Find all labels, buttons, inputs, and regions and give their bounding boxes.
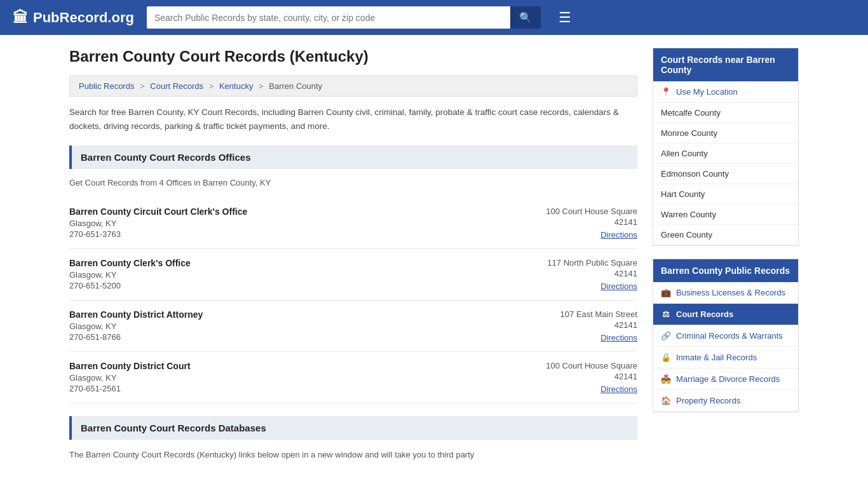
search-button[interactable]: 🔍 <box>510 6 541 29</box>
office-zip-1: 42141 <box>510 217 637 227</box>
office-address-3: 107 East Main Street <box>510 309 637 319</box>
breadcrumb-court-records[interactable]: Court Records <box>150 81 203 91</box>
office-city-1: Glasgow, KY <box>69 219 510 228</box>
breadcrumb-sep-2: > <box>209 81 214 91</box>
office-right-2: 117 North Public Square 42141 Directions <box>510 258 637 291</box>
office-address-2: 117 North Public Square <box>510 258 637 268</box>
offices-section-header: Barren County Court Records Offices <box>69 146 637 169</box>
databases-text: The Barren County Court Records (Kentuck… <box>69 449 637 461</box>
house-icon: 🏠 <box>661 396 671 405</box>
office-city-2: Glasgow, KY <box>69 270 510 280</box>
office-address-1: 100 Court House Square <box>510 207 637 216</box>
intro-text: Search for free Barren County, KY Court … <box>69 105 637 133</box>
nearby-section-header: Court Records near Barren County <box>653 48 798 81</box>
link-icon: 🔗 <box>661 331 671 341</box>
page-title: Barren County Court Records (Kentucky) <box>69 48 637 65</box>
sidebar-label-business: Business Licenses & Records <box>676 288 785 297</box>
sidebar-item-court-records[interactable]: ⚖ Court Records <box>653 304 798 325</box>
sidebar-item-business-licenses[interactable]: 💼 Business Licenses & Records <box>653 282 798 304</box>
breadcrumb-kentucky[interactable]: Kentucky <box>219 81 253 91</box>
sidebar-county-edmonson[interactable]: Edmonson County <box>653 164 798 184</box>
sidebar-item-inmate-jail[interactable]: 🔒 Inmate & Jail Records <box>653 347 798 369</box>
office-city-3: Glasgow, KY <box>69 322 510 331</box>
office-zip-2: 42141 <box>510 269 637 278</box>
office-phone-1: 270-651-3763 <box>69 229 510 239</box>
sidebar: Court Records near Barren County 📍 Use M… <box>653 48 799 461</box>
use-my-location-item[interactable]: 📍 Use My Location <box>653 81 798 103</box>
rings-icon: 💑 <box>661 374 671 384</box>
office-right-3: 107 East Main Street 42141 Directions <box>510 309 637 342</box>
scales-icon: ⚖ <box>661 309 671 319</box>
office-left-2: Barren County Clerk's Office Glasgow, KY… <box>69 258 510 291</box>
breadcrumb-sep-1: > <box>140 81 145 91</box>
office-entry-1: Barren County Circuit Court Clerk's Offi… <box>69 198 637 249</box>
sidebar-county-green[interactable]: Green County <box>653 225 798 245</box>
breadcrumb-sep-3: > <box>259 81 264 91</box>
location-pin-icon: 📍 <box>661 87 671 97</box>
sidebar-item-marriage-divorce[interactable]: 💑 Marriage & Divorce Records <box>653 369 798 390</box>
logo-text: PubRecord.org <box>33 10 134 26</box>
content-area: Barren County Court Records (Kentucky) P… <box>69 48 637 461</box>
menu-button[interactable]: ☰ <box>553 7 576 29</box>
office-left-1: Barren County Circuit Court Clerk's Offi… <box>69 207 510 240</box>
office-left-4: Barren County District Court Glasgow, KY… <box>69 361 510 394</box>
search-form: 🔍 <box>147 6 541 29</box>
search-input[interactable] <box>147 6 510 29</box>
sidebar-label-marriage: Marriage & Divorce Records <box>676 374 780 384</box>
nearby-section: Court Records near Barren County 📍 Use M… <box>653 48 799 246</box>
office-phone-2: 270-651-5200 <box>69 281 510 290</box>
office-name-1: Barren County Circuit Court Clerk's Offi… <box>69 207 510 217</box>
sidebar-label-criminal: Criminal Records & Warrants <box>676 331 783 341</box>
offices-subtext: Get Court Records from 4 Offices in Barr… <box>69 178 637 187</box>
databases-section-header: Barren County Court Records Databases <box>69 416 637 440</box>
directions-link-4[interactable]: Directions <box>600 384 637 394</box>
sidebar-county-monroe[interactable]: Monroe County <box>653 123 798 144</box>
directions-link-3[interactable]: Directions <box>600 333 637 342</box>
office-entry-4: Barren County District Court Glasgow, KY… <box>69 352 637 403</box>
lock-icon: 🔒 <box>661 353 671 362</box>
sidebar-county-metcalfe[interactable]: Metcalfe County <box>653 103 798 123</box>
public-records-section-header: Barren County Public Records <box>653 259 798 282</box>
office-right-1: 100 Court House Square 42141 Directions <box>510 207 637 240</box>
office-name-2: Barren County Clerk's Office <box>69 258 510 268</box>
use-location-label: Use My Location <box>676 87 738 97</box>
sidebar-label-court: Court Records <box>676 309 733 319</box>
sidebar-label-property: Property Records <box>676 396 740 405</box>
office-entry-3: Barren County District Attorney Glasgow,… <box>69 301 637 352</box>
office-phone-3: 270-651-8766 <box>69 332 510 342</box>
office-zip-3: 42141 <box>510 320 637 330</box>
sidebar-county-allen[interactable]: Allen County <box>653 144 798 164</box>
header: 🏛 PubRecord.org 🔍 ☰ <box>0 0 868 35</box>
office-entry-2: Barren County Clerk's Office Glasgow, KY… <box>69 249 637 301</box>
logo[interactable]: 🏛 PubRecord.org <box>13 9 134 27</box>
office-zip-4: 42141 <box>510 372 637 381</box>
sidebar-item-property-records[interactable]: 🏠 Property Records <box>653 390 798 412</box>
sidebar-county-hart[interactable]: Hart County <box>653 184 798 205</box>
breadcrumb-public-records[interactable]: Public Records <box>79 81 134 91</box>
office-name-3: Barren County District Attorney <box>69 309 510 320</box>
directions-link-2[interactable]: Directions <box>600 281 637 291</box>
briefcase-icon: 💼 <box>661 288 671 297</box>
sidebar-label-inmate: Inmate & Jail Records <box>676 353 757 362</box>
office-city-4: Glasgow, KY <box>69 373 510 383</box>
logo-icon: 🏛 <box>13 9 28 27</box>
breadcrumb-barren-county: Barren County <box>269 81 322 91</box>
office-phone-4: 270-651-2561 <box>69 384 510 393</box>
office-left-3: Barren County District Attorney Glasgow,… <box>69 309 510 342</box>
breadcrumb: Public Records > Court Records > Kentuck… <box>69 76 637 97</box>
office-name-4: Barren County District Court <box>69 361 510 371</box>
sidebar-county-warren[interactable]: Warren County <box>653 205 798 225</box>
office-right-4: 100 Court House Square 42141 Directions <box>510 361 637 394</box>
search-icon: 🔍 <box>519 12 532 23</box>
office-address-4: 100 Court House Square <box>510 361 637 370</box>
directions-link-1[interactable]: Directions <box>600 230 637 240</box>
public-records-section: Barren County Public Records 💼 Business … <box>653 259 799 412</box>
sidebar-item-criminal-records[interactable]: 🔗 Criminal Records & Warrants <box>653 325 798 347</box>
main-container: Barren County Court Records (Kentucky) P… <box>59 35 809 474</box>
